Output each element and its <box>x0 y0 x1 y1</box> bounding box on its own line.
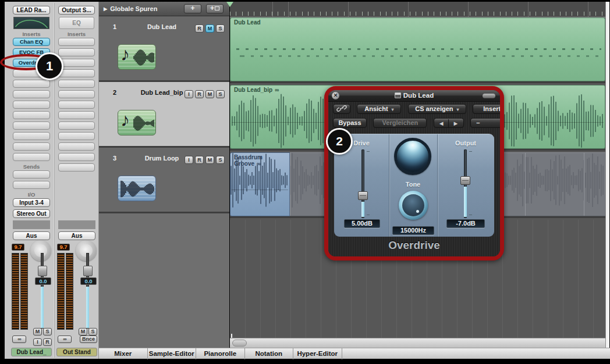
insert-slot-empty[interactable] <box>13 101 50 109</box>
solo-button[interactable]: S <box>216 156 225 164</box>
track-row-3[interactable]: 3 Drum Loop IRMS <box>99 148 229 213</box>
tab-pianorolle[interactable]: Pianorolle <box>196 348 245 359</box>
close-icon[interactable]: ✕ <box>332 92 339 99</box>
playhead-marker-icon[interactable] <box>226 2 233 7</box>
tone-knob[interactable] <box>399 191 428 220</box>
insert-slot-empty[interactable] <box>13 153 50 161</box>
compare-button[interactable]: Vergleichen <box>373 118 427 128</box>
channel-name-button[interactable]: LEAD Ra... <box>13 6 50 15</box>
insert-slot-chan-eq[interactable]: Chan EQ <box>13 38 50 46</box>
drive-slider-handle[interactable] <box>358 191 368 200</box>
tab-hyper-editor[interactable]: Hyper-Editor <box>293 348 342 359</box>
region-bassdrum-groove[interactable]: Bassdrum Groove∞ <box>230 152 290 216</box>
insert-slot-empty[interactable] <box>13 122 50 130</box>
scrollbar-thumb[interactable] <box>232 340 247 347</box>
record-enable-button[interactable]: R <box>195 156 204 164</box>
bounce-button[interactable]: Bnce <box>80 336 97 343</box>
automation-mode-button[interactable]: Aus <box>58 231 95 240</box>
output-selector[interactable]: Stereo Out <box>13 209 50 218</box>
plugin-title-bar[interactable]: ✕ Dub Lead <box>328 90 500 102</box>
insert-slot-empty[interactable] <box>58 132 95 140</box>
record-enable-button[interactable]: R <box>195 90 204 98</box>
mute-button[interactable]: M <box>205 24 214 33</box>
link-button[interactable] <box>333 104 350 114</box>
send-slot-empty[interactable] <box>13 170 50 179</box>
insert-slot-empty[interactable] <box>58 80 95 88</box>
prev-arrow-icon[interactable]: ◀ <box>435 119 449 128</box>
insert-slot-empty[interactable] <box>58 48 95 56</box>
track-name[interactable]: Dub Lead <box>126 23 198 30</box>
insert-slot-empty[interactable] <box>13 90 50 98</box>
insert-slot-empty[interactable] <box>58 111 95 119</box>
track-row-1[interactable]: 1 Dub Lead RMS ♪ <box>99 16 229 82</box>
record-enable-button[interactable]: R <box>43 338 52 346</box>
input-monitor-button[interactable]: I <box>185 90 193 98</box>
insert-slot-empty[interactable] <box>13 111 50 119</box>
stereo-format-button[interactable]: ∞ <box>12 336 26 343</box>
minimize-icon[interactable] <box>483 94 495 98</box>
insert-slot-empty[interactable] <box>58 69 95 77</box>
track-icon-waveform[interactable] <box>118 176 156 201</box>
stereo-format-button[interactable]: ∞ <box>58 336 72 343</box>
input-monitor-button[interactable]: I <box>33 338 42 346</box>
volume-fader[interactable]: 0.0 <box>33 253 51 330</box>
tab-notation[interactable]: Notation <box>245 348 294 359</box>
input-monitor-button[interactable]: I <box>185 156 193 164</box>
cs-show-menu[interactable]: CS anzeigen▾ <box>408 104 466 114</box>
next-arrow-icon[interactable]: ▶ <box>449 119 463 128</box>
track-icon-note-waveform[interactable]: ♪ <box>118 110 156 135</box>
group-slot[interactable] <box>13 220 50 229</box>
view-menu[interactable]: Ansicht▾ <box>357 104 401 114</box>
bypass-button[interactable]: Bypass <box>333 118 367 128</box>
channel-name-button[interactable]: Output S... <box>58 6 95 15</box>
automation-mode-button[interactable]: Aus <box>13 231 50 240</box>
eq-display-thumbnail[interactable] <box>13 17 49 29</box>
solo-button[interactable]: S <box>216 90 225 98</box>
mute-button[interactable]: M <box>33 328 42 336</box>
solo-button[interactable]: S <box>43 328 52 336</box>
output-slider[interactable] <box>455 149 475 218</box>
preset-prev-next-buttons[interactable]: ◀▶ <box>434 118 464 128</box>
horizontal-scrollbar[interactable] <box>230 338 605 348</box>
tab-sample-editor[interactable]: Sample-Editor <box>148 348 197 359</box>
output-slider-handle[interactable] <box>460 176 470 185</box>
volume-fader[interactable]: 0.0 <box>78 253 97 330</box>
tab-mixer[interactable]: Mixer <box>99 348 148 359</box>
vertical-scrollbar[interactable] <box>605 2 609 348</box>
input-selector[interactable]: Input 3-4 <box>13 198 50 207</box>
fader-handle[interactable] <box>83 266 93 276</box>
global-tracks-header[interactable]: ▶Globale Spuren + + <box>99 2 229 16</box>
output-value[interactable]: -7.0dB <box>446 219 485 228</box>
group-slot[interactable] <box>58 220 95 229</box>
insert-slot-empty[interactable] <box>58 142 95 151</box>
preset-menu[interactable]: –▾ <box>470 118 500 128</box>
region-dub-lead[interactable]: Dub Lead <box>230 17 605 81</box>
insert-show-menu[interactable]: Insert anzeigen▾ <box>473 104 500 114</box>
track-row-2[interactable]: 2 Dub Lead_bip IRMS ♪ <box>99 82 229 148</box>
insert-slot-empty[interactable] <box>58 59 95 67</box>
fader-handle[interactable] <box>38 266 47 276</box>
send-slot-empty[interactable] <box>13 181 50 189</box>
mute-button[interactable]: M <box>79 328 87 336</box>
track-icon-note-waveform[interactable]: ♪ <box>118 44 156 70</box>
insert-slot-empty[interactable] <box>13 80 50 88</box>
mute-button[interactable]: M <box>205 90 214 98</box>
channel-strip-name[interactable]: Dub Lead_ <box>11 348 52 356</box>
insert-slot-empty[interactable] <box>58 153 95 161</box>
channel-strip-name[interactable]: Out Stand <box>56 348 97 356</box>
mute-button[interactable]: M <box>205 156 214 164</box>
record-enable-button[interactable]: R <box>195 24 204 33</box>
bar-ruler[interactable] <box>230 2 605 17</box>
insert-slot-empty[interactable] <box>58 90 95 98</box>
insert-slot-empty[interactable] <box>58 122 95 130</box>
eq-slot-button[interactable]: EQ <box>59 17 94 29</box>
add-duplicate-track-button[interactable]: + <box>206 4 224 13</box>
drive-slider[interactable] <box>353 149 373 218</box>
insert-slot-empty[interactable] <box>58 163 95 172</box>
disclosure-triangle-icon[interactable]: ▶ <box>104 6 107 12</box>
solo-button[interactable]: S <box>216 24 225 33</box>
add-track-button[interactable]: + <box>184 4 201 13</box>
insert-slot-empty[interactable] <box>13 132 50 140</box>
insert-slot-empty[interactable] <box>58 101 95 109</box>
drive-value[interactable]: 5.00dB <box>344 219 380 228</box>
